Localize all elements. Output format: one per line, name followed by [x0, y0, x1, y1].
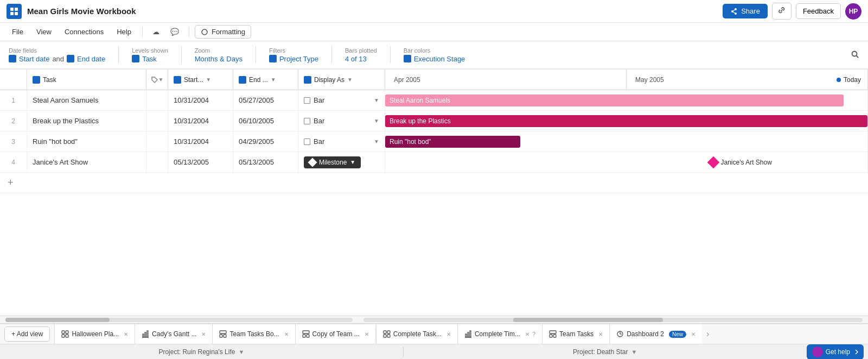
project1-label: Project: Ruin Regina's Life ▼ — [0, 348, 403, 356]
get-help-icon — [853, 349, 858, 355]
tab-complete-tim[interactable]: Complete Tim... ✕ ? — [457, 324, 542, 344]
more-tabs-button[interactable]: › — [702, 329, 713, 339]
zoom-value[interactable]: Months & Days — [195, 55, 242, 63]
menu-connections[interactable]: Connections — [59, 26, 109, 38]
cell-end-1[interactable]: 05/27/2005 — [233, 90, 298, 110]
cell-start-1[interactable]: 10/31/2004 — [168, 90, 233, 110]
cell-end-2[interactable]: 06/10/2005 — [233, 111, 298, 131]
tab-cady-label: Cady's Gantt ... — [152, 330, 196, 338]
svg-rect-18 — [145, 332, 146, 337]
svg-rect-20 — [220, 331, 226, 333]
menu-divider2 — [189, 27, 189, 37]
cell-task-4[interactable]: Janice's Art Show — [27, 152, 146, 172]
gantt-milestone-4 — [707, 156, 719, 168]
filters-icon — [269, 55, 277, 62]
tab-halloween-close[interactable]: ✕ — [124, 331, 128, 337]
formatting-button[interactable]: Formatting — [195, 25, 251, 39]
cell-start-4[interactable]: 05/13/2005 — [168, 152, 233, 172]
cell-task-1[interactable]: Steal Aaron Samuels — [27, 90, 146, 110]
tab-halloween[interactable]: Halloween Pla... ✕ — [54, 324, 135, 344]
menu-help[interactable]: Help — [111, 26, 137, 38]
tab-team-tasks-bo-close[interactable]: ✕ — [284, 331, 289, 337]
add-row-button[interactable]: + — [0, 173, 868, 193]
bar-colors-value[interactable]: Execution Stage — [404, 55, 465, 63]
cell-end-3[interactable]: 04/29/2005 — [233, 131, 298, 152]
comment-icon[interactable]: 💬 — [166, 26, 183, 38]
tab-copy-team[interactable]: Copy of Team ... ✕ — [295, 324, 375, 344]
add-view-label: + Add view — [11, 330, 43, 338]
task-col-icon — [33, 76, 40, 84]
left-scrollbar[interactable] — [5, 318, 353, 322]
filters-value[interactable]: Project Type — [269, 55, 318, 63]
levels-value[interactable]: Task — [132, 55, 168, 63]
tab-team-tasks-close[interactable]: ✕ — [598, 331, 603, 337]
project1-chevron: ▼ — [238, 349, 244, 355]
end-date-text: End date — [77, 55, 105, 63]
table-header: Task ▼ Start... ▼ End ... ▼ Display As ▼… — [0, 70, 868, 90]
display-col-icon — [304, 76, 311, 84]
cell-display-2[interactable]: Bar ▼ — [298, 111, 385, 131]
svg-rect-15 — [66, 335, 68, 337]
cell-start-3[interactable]: 10/31/2004 — [168, 131, 233, 152]
svg-rect-14 — [62, 335, 65, 337]
start-col-icon — [174, 76, 181, 84]
svg-rect-36 — [553, 335, 556, 337]
cell-rownum-4: 4 — [0, 152, 27, 172]
search-icon[interactable] — [851, 50, 859, 60]
today-dot — [837, 78, 841, 82]
gantt-bar-label-2: Break up the Plastics — [390, 117, 451, 125]
menu-view[interactable]: View — [31, 26, 57, 38]
tab-complete-task[interactable]: Complete Task... ✕ — [376, 324, 457, 344]
menu-file[interactable]: File — [7, 26, 29, 38]
bars-value[interactable]: 4 of 13 — [345, 55, 377, 63]
feedback-button[interactable]: Feedback — [796, 3, 841, 19]
cell-task-3[interactable]: Ruin "hot bod" — [27, 131, 146, 152]
cell-end-4[interactable]: 05/13/2005 — [233, 152, 298, 172]
cell-task-2[interactable]: Break up the Plastics — [27, 111, 146, 131]
right-scrollbar-thumb — [513, 318, 663, 322]
cell-display-1[interactable]: Bar ▼ — [298, 90, 385, 110]
levels-group: Levels shown Task — [132, 47, 168, 63]
share-button[interactable]: Share — [723, 4, 768, 18]
col-start-header: Start... ▼ — [168, 70, 233, 90]
link-button[interactable] — [772, 3, 792, 20]
cell-rownum-1: 1 — [0, 90, 27, 110]
get-help-button[interactable]: Get help — [807, 344, 864, 360]
horizontal-scrollbar[interactable] — [0, 316, 868, 323]
date-fields-group: Date fields Start date and End date — [9, 47, 105, 63]
add-view-button[interactable]: + Add view — [4, 326, 50, 342]
project2-label: Project: Death Star ▼ — [404, 348, 807, 356]
bar-checkbox-3 — [304, 138, 310, 145]
tab-dashboard2-close[interactable]: ✕ — [691, 331, 695, 337]
tab-dashboard2[interactable]: Dashboard 2 New ✕ — [609, 324, 702, 344]
svg-rect-0 — [10, 8, 14, 11]
milestone-dropdown[interactable]: Milestone ▼ — [304, 156, 361, 168]
tag-col-chevron: ▼ — [158, 77, 164, 83]
cell-display-4[interactable]: Milestone ▼ — [298, 152, 385, 172]
display-col-chevron: ▼ — [347, 77, 353, 83]
tab-cady[interactable]: Cady's Gantt ... ✕ — [135, 324, 212, 344]
cell-gantt-3: Ruin "hot bod" — [385, 131, 868, 152]
tab-team-tasks[interactable]: Team Tasks ✕ — [542, 324, 609, 344]
cloud-icon[interactable]: ☁ — [148, 26, 164, 38]
svg-line-7 — [733, 10, 735, 11]
tab-team-tasks-bo[interactable]: Team Tasks Bo... ✕ — [212, 324, 295, 344]
tab-complete-task-close[interactable]: ✕ — [446, 331, 451, 337]
svg-rect-28 — [384, 335, 386, 337]
display-chevron-1: ▼ — [374, 97, 379, 103]
tab-copy-team-close[interactable]: ✕ — [365, 331, 369, 337]
svg-line-11 — [857, 55, 859, 58]
right-scrollbar[interactable] — [363, 318, 863, 322]
levels-text: Task — [142, 55, 157, 63]
app-title: Mean Girls Movie Workbook — [27, 7, 723, 16]
date-fields-label: Date fields — [9, 47, 105, 54]
tab-cady-close[interactable]: ✕ — [201, 331, 206, 337]
tab-complete-tim-label: Complete Tim... — [475, 330, 520, 338]
cell-start-2[interactable]: 10/31/2004 — [168, 111, 233, 131]
tab-complete-tim-close[interactable]: ✕ — [525, 331, 529, 337]
tab-complete-task-label: Complete Task... — [393, 330, 442, 338]
cell-display-3[interactable]: Bar ▼ — [298, 131, 385, 152]
date-fields-value[interactable]: Start date and End date — [9, 55, 105, 63]
display-value-1: Bar — [314, 96, 324, 104]
toolbar-div5 — [390, 46, 391, 64]
